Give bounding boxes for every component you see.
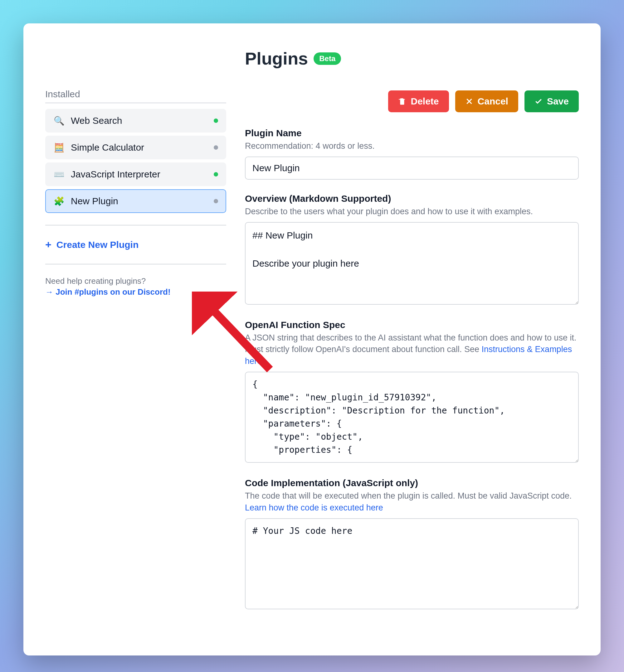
plus-icon: + bbox=[45, 239, 51, 251]
spec-help: A JSON string that describes to the AI a… bbox=[245, 332, 579, 367]
plugin-name-input[interactable] bbox=[245, 157, 579, 180]
status-dot bbox=[214, 145, 218, 150]
code-textarea[interactable] bbox=[245, 518, 579, 609]
calculator-icon: 🧮 bbox=[53, 142, 64, 153]
cancel-label: Cancel bbox=[478, 96, 508, 107]
sidebar-item-label: Web Search bbox=[71, 115, 122, 126]
status-dot bbox=[214, 199, 218, 203]
field-code-impl: Code Implementation (JavaScript only) Th… bbox=[245, 478, 579, 611]
main-panel: Plugins Beta Delete Cancel Save Plugin N… bbox=[245, 48, 579, 624]
plugins-modal: Installed 🔍 Web Search 🧮 Simple Calculat… bbox=[23, 23, 601, 655]
field-function-spec: OpenAI Function Spec A JSON string that … bbox=[245, 320, 579, 464]
plugin-name-label: Plugin Name bbox=[245, 128, 579, 138]
sidebar-item-web-search[interactable]: 🔍 Web Search bbox=[45, 109, 226, 133]
save-label: Save bbox=[547, 96, 569, 107]
puzzle-icon: 🧩 bbox=[53, 195, 64, 207]
sidebar-item-label: JavaScript Interpreter bbox=[71, 169, 160, 180]
code-help-text: The code that will be executed when the … bbox=[245, 491, 572, 501]
page-title-row: Plugins Beta bbox=[245, 48, 579, 69]
page-title: Plugins bbox=[245, 48, 308, 69]
action-row: Delete Cancel Save bbox=[245, 90, 579, 112]
overview-help: Describe to the users what your plugin d… bbox=[245, 206, 579, 218]
keyboard-icon: ⌨️ bbox=[53, 169, 64, 180]
create-button-label: Create New Plugin bbox=[56, 240, 138, 250]
close-icon bbox=[465, 97, 473, 105]
plugin-list: 🔍 Web Search 🧮 Simple Calculator ⌨️ Java… bbox=[45, 109, 226, 213]
save-button[interactable]: Save bbox=[524, 90, 579, 112]
status-dot bbox=[214, 172, 218, 177]
sidebar-item-simple-calculator[interactable]: 🧮 Simple Calculator bbox=[45, 136, 226, 159]
field-plugin-name: Plugin Name Recommendation: 4 words or l… bbox=[245, 128, 579, 180]
delete-button[interactable]: Delete bbox=[388, 90, 449, 112]
status-dot bbox=[214, 118, 218, 123]
installed-label: Installed bbox=[45, 89, 226, 103]
plugin-name-help: Recommendation: 4 words or less. bbox=[245, 140, 579, 152]
field-overview: Overview (Markdown Supported) Describe t… bbox=[245, 193, 579, 306]
spec-label: OpenAI Function Spec bbox=[245, 320, 579, 330]
check-icon bbox=[535, 97, 543, 105]
overview-label: Overview (Markdown Supported) bbox=[245, 193, 579, 204]
code-help: The code that will be executed when the … bbox=[245, 490, 579, 514]
sidebar-item-label: New Plugin bbox=[71, 196, 118, 207]
search-icon: 🔍 bbox=[53, 115, 64, 126]
create-new-plugin-button[interactable]: + Create New Plugin bbox=[45, 237, 138, 252]
beta-badge: Beta bbox=[314, 52, 341, 65]
sidebar-item-javascript-interpreter[interactable]: ⌨️ JavaScript Interpreter bbox=[45, 162, 226, 186]
spec-help-suffix: . bbox=[262, 356, 264, 366]
trash-icon bbox=[398, 97, 406, 105]
sidebar: Installed 🔍 Web Search 🧮 Simple Calculat… bbox=[45, 48, 226, 624]
discord-link[interactable]: → Join #plugins on our Discord! bbox=[45, 287, 171, 297]
divider bbox=[45, 264, 226, 264]
divider bbox=[45, 225, 226, 225]
delete-label: Delete bbox=[411, 96, 439, 107]
sidebar-item-new-plugin[interactable]: 🧩 New Plugin bbox=[45, 189, 226, 213]
spec-textarea[interactable] bbox=[245, 372, 579, 463]
code-label: Code Implementation (JavaScript only) bbox=[245, 478, 579, 488]
code-help-link[interactable]: Learn how the code is executed here bbox=[245, 503, 383, 512]
help-question: Need help creating plugins? bbox=[45, 276, 226, 286]
sidebar-item-label: Simple Calculator bbox=[71, 142, 144, 153]
cancel-button[interactable]: Cancel bbox=[455, 90, 518, 112]
overview-textarea[interactable] bbox=[245, 222, 579, 305]
